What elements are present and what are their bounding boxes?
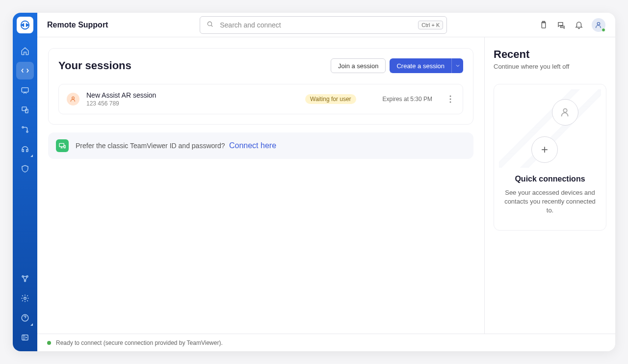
recent-subtitle: Continue where you left off xyxy=(494,63,606,70)
svg-point-4 xyxy=(22,127,24,128)
nav-shield[interactable] xyxy=(16,160,34,178)
svg-rect-1 xyxy=(22,88,28,92)
quick-illustration: + xyxy=(502,99,598,163)
classic-text-wrap: Prefer the classic TeamViewer ID and pas… xyxy=(76,141,276,150)
nav-devices[interactable] xyxy=(16,101,34,119)
statusbar: Ready to connect (secure connection prov… xyxy=(37,334,615,351)
nav-remote-support[interactable] xyxy=(16,62,34,79)
svg-point-14 xyxy=(597,22,600,25)
svg-point-18 xyxy=(450,102,451,103)
search-wrap: Ctrl + K xyxy=(200,16,447,34)
messages-icon[interactable] xyxy=(556,20,566,30)
main-area: Remote Support Ctrl + K Your sessions xyxy=(37,13,615,351)
connect-here-link[interactable]: Connect here xyxy=(229,141,276,150)
clipboard-icon[interactable] xyxy=(539,20,549,30)
create-session-button[interactable]: Create a session xyxy=(390,58,451,73)
status-dot-icon xyxy=(47,341,51,345)
center-panel: Your sessions Join a session Create a se… xyxy=(37,37,485,334)
sessions-card: Your sessions Join a session Create a se… xyxy=(48,48,473,125)
svg-point-17 xyxy=(450,99,451,100)
session-name: New Assist AR session xyxy=(86,91,156,99)
sidebar xyxy=(13,13,37,351)
nav-chat[interactable] xyxy=(16,81,34,99)
nav-help[interactable] xyxy=(16,309,34,327)
svg-point-12 xyxy=(208,22,212,26)
session-info: New Assist AR session 123 456 789 xyxy=(86,91,156,107)
svg-point-8 xyxy=(25,280,26,282)
quick-title: Quick connections xyxy=(502,175,598,183)
sessions-header: Your sessions Join a session Create a se… xyxy=(58,58,463,73)
top-icons xyxy=(539,18,605,32)
nav-home[interactable] xyxy=(16,42,34,60)
status-dot-icon xyxy=(602,28,605,32)
plus-circle-icon: + xyxy=(531,136,558,163)
topbar: Remote Support Ctrl + K xyxy=(37,13,615,37)
content: Your sessions Join a session Create a se… xyxy=(37,37,615,334)
nav-workflow[interactable] xyxy=(16,121,34,138)
sessions-title: Your sessions xyxy=(58,59,131,72)
user-circle-icon xyxy=(552,99,578,126)
session-avatar-icon xyxy=(67,93,79,105)
quick-desc: See your accessed devices and contacts y… xyxy=(502,188,598,215)
nav-integrations[interactable] xyxy=(16,270,34,287)
svg-rect-19 xyxy=(59,143,64,147)
user-avatar[interactable] xyxy=(592,18,605,32)
app-window: Remote Support Ctrl + K Your sessions xyxy=(13,13,615,351)
svg-point-16 xyxy=(450,96,451,97)
svg-point-20 xyxy=(563,109,567,112)
nav-settings[interactable] xyxy=(16,289,34,307)
indicator-icon xyxy=(30,155,33,157)
nav-collapse[interactable] xyxy=(16,329,34,346)
join-session-button[interactable]: Join a session xyxy=(331,58,386,73)
svg-point-5 xyxy=(26,131,28,132)
right-panel: Recent Continue where you left off + Qui… xyxy=(485,37,615,334)
search-input[interactable] xyxy=(200,16,447,34)
session-status-badge: Waiting for user xyxy=(305,94,356,104)
bell-icon[interactable] xyxy=(574,20,584,30)
search-icon xyxy=(207,21,213,29)
classic-connect-icon xyxy=(56,139,69,152)
svg-point-9 xyxy=(24,297,26,300)
session-buttons: Join a session Create a session xyxy=(331,58,463,73)
search-shortcut: Ctrl + K xyxy=(418,21,443,29)
svg-point-7 xyxy=(26,276,28,277)
nav-support-headset[interactable] xyxy=(16,140,34,158)
svg-point-15 xyxy=(72,97,75,99)
classic-text: Prefer the classic TeamViewer ID and pas… xyxy=(76,142,225,150)
page-title: Remote Support xyxy=(47,21,108,29)
create-session-split: Create a session xyxy=(390,58,463,73)
session-id: 123 456 789 xyxy=(86,100,156,107)
status-text: Ready to connect (secure connection prov… xyxy=(56,339,223,346)
session-more-icon[interactable] xyxy=(446,95,455,103)
session-row[interactable]: New Assist AR session 123 456 789 Waitin… xyxy=(58,84,463,114)
svg-point-6 xyxy=(22,276,24,277)
session-expires: Expires at 5:30 PM xyxy=(383,96,432,103)
quick-connections-card: + Quick connections See your accessed de… xyxy=(494,84,606,231)
recent-title: Recent xyxy=(494,48,606,61)
create-session-dropdown[interactable] xyxy=(451,58,463,73)
app-logo[interactable] xyxy=(17,17,33,33)
indicator-icon xyxy=(30,323,33,326)
classic-connect-card: Prefer the classic TeamViewer ID and pas… xyxy=(48,132,473,159)
